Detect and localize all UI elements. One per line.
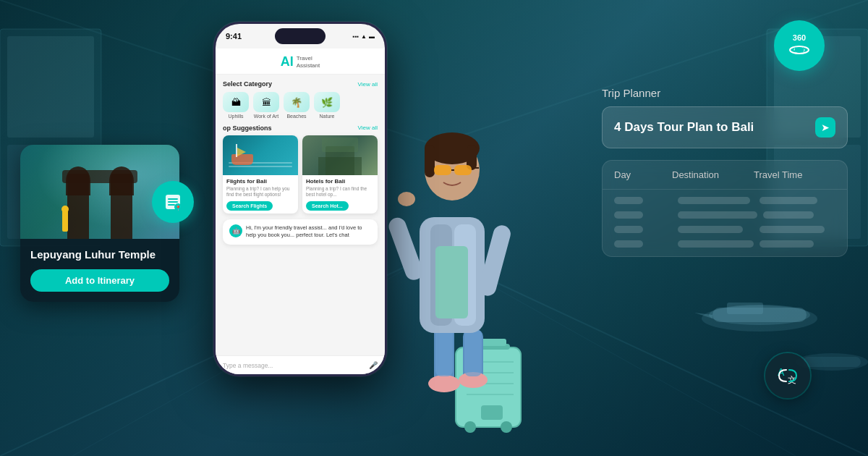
- category-view-all[interactable]: View all: [358, 81, 378, 88]
- phone-notch: [275, 28, 326, 44]
- col-day: Day: [614, 169, 672, 180]
- category-uphills[interactable]: 🏔 Uphills: [223, 92, 249, 119]
- badge-translate[interactable]: A 文: [765, 353, 810, 398]
- category-workofart[interactable]: 🏛 Work of Art: [253, 92, 279, 119]
- category-icons-row: 🏔 Uphills 🏛 Work of Art 🌴 Beaches �: [223, 92, 378, 119]
- add-itinerary-button[interactable]: Add to Itinerary: [30, 269, 169, 292]
- send-icon-arrow: ➤: [821, 122, 830, 133]
- svg-text:📍: 📍: [175, 205, 182, 211]
- attraction-name: Lepuyang Luhur Temple: [30, 248, 169, 262]
- phone-status-bar: 9:41 ▪▪▪ ▲ ▬: [216, 24, 385, 48]
- beaches-icon: 🌴: [284, 92, 310, 112]
- day-skeleton: [614, 240, 643, 248]
- checklist-icon: 📍: [163, 192, 183, 212]
- table-row: [614, 240, 835, 248]
- search-flights-button[interactable]: Search Flights: [226, 201, 273, 211]
- svg-point-37: [428, 375, 460, 392]
- uphills-label: Uphills: [228, 114, 243, 119]
- day-skeleton: [614, 211, 643, 219]
- svg-point-47: [398, 192, 415, 206]
- svg-rect-40: [464, 329, 482, 376]
- time-skeleton: [760, 240, 814, 248]
- badge-360[interactable]: 360: [774, 20, 825, 71]
- svg-point-58: [794, 46, 804, 54]
- hotels-card-body: Hotels for Bali Planning a trip? I can f…: [302, 175, 378, 214]
- suggestions-label: op Suggestions: [223, 124, 272, 132]
- main-content: Lepuyang Luhur Temple Add to Itinerary 📍…: [0, 0, 868, 456]
- category-header-row: Select Category View all: [223, 80, 378, 88]
- chat-avatar-icon: 🤖: [229, 224, 242, 237]
- chat-message-text: Hi, I'm your friendly travel assist... a…: [246, 224, 371, 240]
- nature-label: Nature: [319, 114, 334, 119]
- subtitle-line2: Assistant: [297, 62, 320, 69]
- time-skeleton: [760, 226, 825, 233]
- gate-top: [62, 170, 137, 183]
- hotel-base: [318, 157, 362, 175]
- battery-icon: ▬: [369, 33, 375, 40]
- badge-360-icon: [789, 42, 809, 58]
- hotels-card-desc: Planning a trip? I can find the best hot…: [306, 186, 374, 198]
- flights-card-title: Flights for Bali: [226, 178, 294, 185]
- send-button[interactable]: ➤: [815, 117, 835, 138]
- hotel-roof: [322, 138, 358, 152]
- workofart-label: Work of Art: [254, 114, 279, 119]
- suggestions-header: op Suggestions View all: [223, 124, 378, 132]
- chat-input-placeholder: Type a message...: [223, 362, 369, 369]
- figure-silhouette: [62, 210, 68, 232]
- svg-rect-32: [481, 405, 503, 420]
- day-skeleton: [614, 226, 643, 233]
- left-attraction-card: Lepuyang Luhur Temple Add to Itinerary: [20, 145, 179, 302]
- category-beaches[interactable]: 🌴 Beaches: [284, 92, 310, 119]
- nature-icon: 🌿: [314, 92, 340, 112]
- flights-card: Flights for Bali Planning a trip? I can …: [223, 135, 298, 214]
- svg-rect-44: [435, 246, 468, 318]
- flights-card-image: [223, 135, 298, 175]
- boat-mast: [236, 144, 237, 157]
- water-line-2: [229, 166, 292, 167]
- svg-point-57: [790, 46, 809, 54]
- checklist-badge: 📍: [152, 181, 194, 223]
- phone-header: AI Travel Assistant: [216, 48, 385, 75]
- hotels-card: Hotels for Bali Planning a trip? I can f…: [302, 135, 378, 214]
- dest-skeleton: [678, 240, 754, 248]
- flights-card-desc: Planning a trip? I can help you find the…: [226, 186, 294, 198]
- card-body: Lepuyang Luhur Temple Add to Itinerary: [20, 239, 179, 302]
- select-category-label: Select Category: [223, 80, 272, 88]
- col-travel-time: Travel Time: [754, 169, 835, 180]
- phone-screen: AI Travel Assistant Select Category View…: [216, 48, 385, 374]
- search-hotels-button[interactable]: Search Hot...: [306, 201, 349, 211]
- table-row: [614, 226, 835, 233]
- dest-skeleton: [678, 211, 757, 219]
- table-row: [614, 197, 835, 204]
- translate-icon: A 文: [775, 363, 801, 389]
- svg-rect-52: [434, 165, 451, 175]
- ai-logo-text: AI: [281, 54, 294, 69]
- trip-planner-panel: Trip Planner 4 Days Tour Plan to Bali ➤ …: [602, 87, 848, 257]
- temple-illustration: [56, 166, 143, 239]
- phone-frame: 9:41 ▪▪▪ ▲ ▬ AI Travel Assistant: [213, 22, 387, 376]
- chat-input-bar[interactable]: Type a message... 🎤: [216, 355, 385, 374]
- mic-icon[interactable]: 🎤: [369, 361, 378, 369]
- dest-skeleton: [678, 197, 750, 204]
- svg-rect-50: [425, 145, 435, 177]
- table-row: [614, 211, 835, 219]
- trip-table-body: [603, 190, 847, 256]
- trip-table: Day Destination Travel Time: [602, 160, 848, 257]
- phone-body: Select Category View all 🏔 Uphills 🏛 Wor…: [216, 75, 385, 355]
- time-skeleton: [760, 197, 817, 204]
- trip-input-box[interactable]: 4 Days Tour Plan to Bali ➤: [602, 106, 848, 148]
- svg-point-33: [464, 421, 476, 433]
- boat-body: [231, 154, 253, 165]
- phone-time: 9:41: [226, 32, 242, 41]
- suggestions-view-all[interactable]: View all: [358, 124, 378, 132]
- trip-planner-label: Trip Planner: [602, 87, 848, 99]
- ai-subtitle: Travel Assistant: [297, 55, 320, 69]
- trip-input-value: 4 Days Tour Plan to Bali: [614, 120, 754, 135]
- day-skeleton: [614, 197, 643, 204]
- subtitle-line1: Travel: [297, 55, 320, 62]
- svg-rect-39: [435, 326, 453, 376]
- suggestion-cards-row: Flights for Bali Planning a trip? I can …: [223, 135, 378, 214]
- category-nature[interactable]: 🌿 Nature: [314, 92, 340, 119]
- hotels-card-title: Hotels for Bali: [306, 178, 374, 185]
- svg-point-34: [501, 421, 512, 433]
